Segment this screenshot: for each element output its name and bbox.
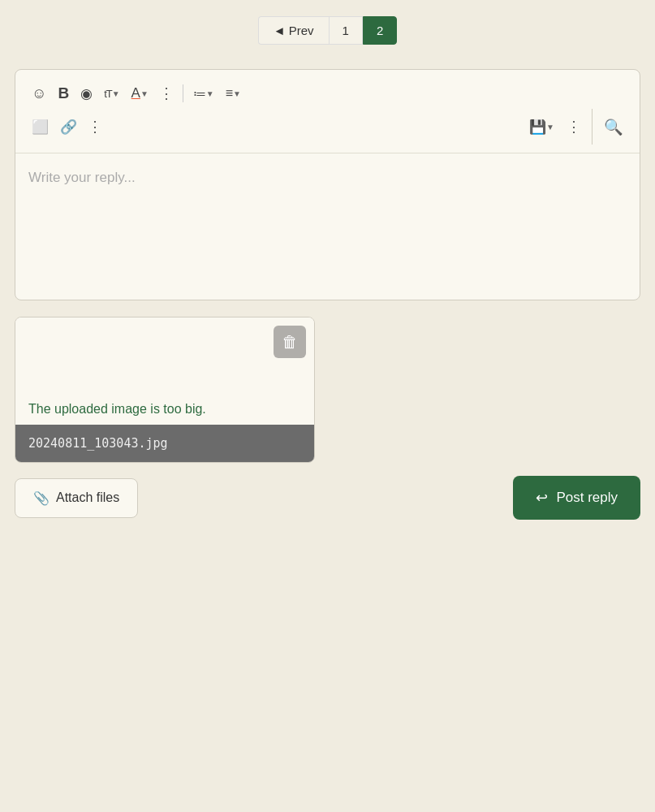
trash-icon: 🗑 [282,333,298,352]
link-icon: 🔗 [60,119,77,136]
toolbar-row-1: ☺ B ◉ tT ▼ A ▼ ⋮ ≔ ▼ ≡ [27,78,628,109]
textsize-icon: tT [104,88,112,100]
align-button[interactable]: ≡ ▼ [221,83,246,104]
attach-files-label: Attach files [56,490,119,505]
textsize-button[interactable]: tT ▼ [99,84,124,103]
editor-area[interactable]: Write your reply... [15,153,640,300]
page-2-label: 2 [377,24,383,37]
image-button[interactable]: ⬜ [27,115,54,139]
paperclip-icon: 📎 [33,490,50,506]
search-doc-button[interactable]: 🔍 [599,114,628,140]
prev-label: ◄ Prev [274,24,314,37]
align-icon: ≡ [226,86,233,101]
pagination: ◄ Prev 1 2 [0,0,655,69]
emoji-icon: ☺ [32,85,46,102]
toolbar-vertical-divider [592,109,593,145]
toolbar: ☺ B ◉ tT ▼ A ▼ ⋮ ≔ ▼ ≡ [15,70,640,153]
editor-placeholder: Write your reply... [28,170,136,185]
save-button[interactable]: 💾 ▼ [524,115,559,139]
page-1-label: 1 [343,24,349,37]
more-options-2-button[interactable]: ⋮ [84,114,106,139]
toolbar-row-2-right: 💾 ▼ ⋮ [524,114,585,139]
delete-attachment-button[interactable]: 🗑 [274,326,306,358]
attachment-area: 🗑 The uploaded image is too big. 2024081… [15,317,315,463]
attach-files-button[interactable]: 📎 Attach files [15,478,138,518]
align-arrow: ▼ [233,89,241,98]
editor-container: ☺ B ◉ tT ▼ A ▼ ⋮ ≔ ▼ ≡ [15,69,640,300]
save-icon: 💾 [529,119,546,136]
textsize-arrow: ▼ [112,89,120,98]
fontcolor-icon: A [131,85,140,102]
attachment-error-message: The uploaded image is too big. [15,391,314,425]
palette-button[interactable]: ◉ [75,82,97,106]
post-reply-label: Post reply [556,490,618,506]
more-options-1-button[interactable]: ⋮ [155,81,178,106]
page-2-button[interactable]: 2 [363,16,397,45]
list-button[interactable]: ≔ ▼ [188,83,219,105]
save-arrow: ▼ [546,123,554,132]
more-options-3-button[interactable]: ⋮ [562,114,585,139]
image-icon: ⬜ [32,119,49,136]
list-arrow: ▼ [206,89,214,98]
attachment-card: 🗑 The uploaded image is too big. 2024081… [15,317,315,463]
emoji-button[interactable]: ☺ [27,82,51,106]
toolbar-separator-1 [183,84,183,102]
attachment-preview [15,317,314,391]
page-1-button[interactable]: 1 [329,16,363,45]
palette-icon: ◉ [80,85,93,102]
search-doc-icon: 🔍 [604,118,623,136]
post-reply-button[interactable]: ↩ Post reply [513,476,640,520]
prev-button[interactable]: ◄ Prev [258,16,329,45]
toolbar-row-2: ⬜ 🔗 ⋮ [27,111,106,142]
fontcolor-button[interactable]: A ▼ [127,82,153,105]
list-icon: ≔ [193,86,206,102]
link-button[interactable]: 🔗 [55,115,82,139]
reply-icon: ↩ [536,489,548,507]
bold-button[interactable]: B [53,81,74,106]
attachment-filename: 20240811_103043.jpg [15,425,314,462]
bottom-bar: 📎 Attach files ↩ Post reply [15,476,640,528]
bold-icon: B [58,84,69,102]
toolbar-row-2-wrapper: ⬜ 🔗 ⋮ 💾 ▼ ⋮ 🔍 [27,109,628,145]
fontcolor-arrow: ▼ [140,89,149,98]
